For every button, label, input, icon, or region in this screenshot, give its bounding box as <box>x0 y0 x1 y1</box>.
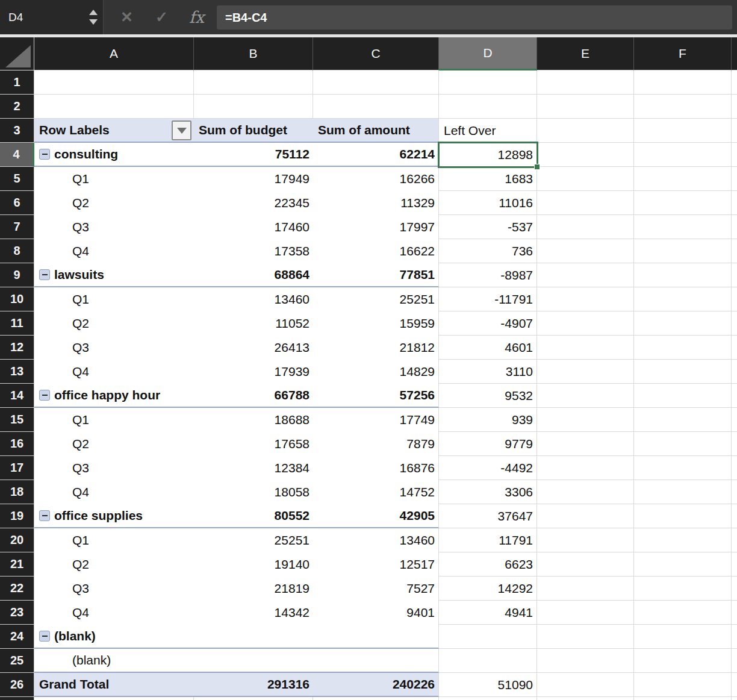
column-header-E[interactable]: E <box>537 37 634 70</box>
row-header-16[interactable]: 16 <box>0 432 34 456</box>
cell-E6[interactable] <box>537 191 634 215</box>
cell-F17[interactable] <box>634 456 732 480</box>
cell-A21[interactable]: Q2 <box>34 552 194 577</box>
cell-B1[interactable] <box>194 70 313 95</box>
cell-D20[interactable]: 11791 <box>439 528 537 552</box>
collapse-button[interactable] <box>39 149 50 160</box>
column-header-D[interactable]: D <box>439 37 537 70</box>
cell-B5[interactable]: 17949 <box>194 167 313 191</box>
cell-A3[interactable]: Row Labels <box>34 119 194 143</box>
cell-G25[interactable] <box>732 649 737 673</box>
row-header-20[interactable]: 20 <box>0 528 34 552</box>
cell-A7[interactable]: Q3 <box>34 215 194 239</box>
cell-D21[interactable]: 6623 <box>439 552 537 577</box>
cell-E19[interactable] <box>537 504 634 528</box>
cell-B16[interactable]: 17658 <box>194 432 313 456</box>
cell-G17[interactable] <box>732 456 737 480</box>
cell-E23[interactable] <box>537 601 634 625</box>
cell-B25[interactable] <box>194 649 313 673</box>
cell-C13[interactable]: 14829 <box>313 360 439 384</box>
row-header-7[interactable]: 7 <box>0 215 34 239</box>
cell-B9[interactable]: 68864 <box>194 263 313 287</box>
cell-C7[interactable]: 17997 <box>313 215 439 239</box>
cell-A18[interactable]: Q4 <box>34 480 194 504</box>
cell-B23[interactable]: 14342 <box>194 601 313 625</box>
cell-F24[interactable] <box>634 625 732 649</box>
row-header-24[interactable]: 24 <box>0 625 34 649</box>
cell-D18[interactable]: 3306 <box>439 480 537 504</box>
column-header-B[interactable]: B <box>194 37 313 70</box>
cell-C25[interactable] <box>313 649 439 673</box>
row-header-17[interactable]: 17 <box>0 456 34 480</box>
cell-C15[interactable]: 17749 <box>313 408 439 432</box>
cell-B12[interactable]: 26413 <box>194 336 313 360</box>
cell-D13[interactable]: 3110 <box>439 360 537 384</box>
cell-D19[interactable]: 37647 <box>439 504 537 528</box>
cell-C26[interactable]: 240226 <box>313 673 439 697</box>
row-header-2[interactable]: 2 <box>0 95 34 119</box>
cell-A2[interactable] <box>34 95 194 119</box>
cell-G22[interactable] <box>732 577 737 601</box>
cell-A11[interactable]: Q2 <box>34 311 194 336</box>
cell-G23[interactable] <box>732 601 737 625</box>
cell-B2[interactable] <box>194 95 313 119</box>
cell-B7[interactable]: 17460 <box>194 215 313 239</box>
cell-B14[interactable]: 66788 <box>194 384 313 408</box>
cell-G26[interactable] <box>732 673 737 697</box>
row-header-12[interactable]: 12 <box>0 336 34 360</box>
column-header-F[interactable]: F <box>634 37 732 70</box>
cell-A6[interactable]: Q2 <box>34 191 194 215</box>
cell-F15[interactable] <box>634 408 732 432</box>
cell-C14[interactable]: 57256 <box>313 384 439 408</box>
cell-D14[interactable]: 9532 <box>439 384 537 408</box>
cell-B17[interactable]: 12384 <box>194 456 313 480</box>
cell-F6[interactable] <box>634 191 732 215</box>
cell-G15[interactable] <box>732 408 737 432</box>
cell-E2[interactable] <box>537 95 634 119</box>
cell-E11[interactable] <box>537 311 634 336</box>
cell-D11[interactable]: -4907 <box>439 311 537 336</box>
row-header-19[interactable]: 19 <box>0 504 34 528</box>
cell-E7[interactable] <box>537 215 634 239</box>
cell-D12[interactable]: 4601 <box>439 336 537 360</box>
cell-D25[interactable] <box>439 649 537 673</box>
cell-E26[interactable] <box>537 673 634 697</box>
cell-F19[interactable] <box>634 504 732 528</box>
cell-C17[interactable]: 16876 <box>313 456 439 480</box>
cell-B22[interactable]: 21819 <box>194 577 313 601</box>
cell-B26[interactable]: 291316 <box>194 673 313 697</box>
cell-B10[interactable]: 13460 <box>194 287 313 311</box>
cell-C24[interactable] <box>313 625 439 649</box>
cell-A26[interactable]: Grand Total <box>34 673 194 697</box>
cell-G5[interactable] <box>732 167 737 191</box>
cell-C8[interactable]: 16622 <box>313 239 439 263</box>
cell-A16[interactable]: Q2 <box>34 432 194 456</box>
cell-A23[interactable]: Q4 <box>34 601 194 625</box>
cell-B6[interactable]: 22345 <box>194 191 313 215</box>
cell-C1[interactable] <box>313 70 439 95</box>
row-header-1[interactable]: 1 <box>0 70 34 95</box>
cell-B21[interactable]: 19140 <box>194 552 313 577</box>
cell-G10[interactable] <box>732 287 737 311</box>
cell-D17[interactable]: -4492 <box>439 456 537 480</box>
cell-E24[interactable] <box>537 625 634 649</box>
row-header-10[interactable]: 10 <box>0 287 34 311</box>
row-header-23[interactable]: 23 <box>0 601 34 625</box>
row-header-13[interactable]: 13 <box>0 360 34 384</box>
cell-G24[interactable] <box>732 625 737 649</box>
cell-F4[interactable] <box>634 143 732 167</box>
cell-C21[interactable]: 12517 <box>313 552 439 577</box>
filter-dropdown-button[interactable] <box>172 120 191 140</box>
cell-A5[interactable]: Q1 <box>34 167 194 191</box>
cell-C4[interactable]: 62214 <box>313 143 439 167</box>
fx-icon[interactable]: fx <box>189 0 204 34</box>
cell-A4[interactable]: consulting <box>34 143 194 167</box>
cell-F8[interactable] <box>634 239 732 263</box>
cell-G21[interactable] <box>732 552 737 577</box>
cell-E21[interactable] <box>537 552 634 577</box>
spinner-up-icon[interactable] <box>89 10 98 15</box>
cell-E20[interactable] <box>537 528 634 552</box>
column-header-A[interactable]: A <box>34 37 194 70</box>
cell-G4[interactable] <box>732 143 737 167</box>
cell-E3[interactable] <box>537 119 634 143</box>
